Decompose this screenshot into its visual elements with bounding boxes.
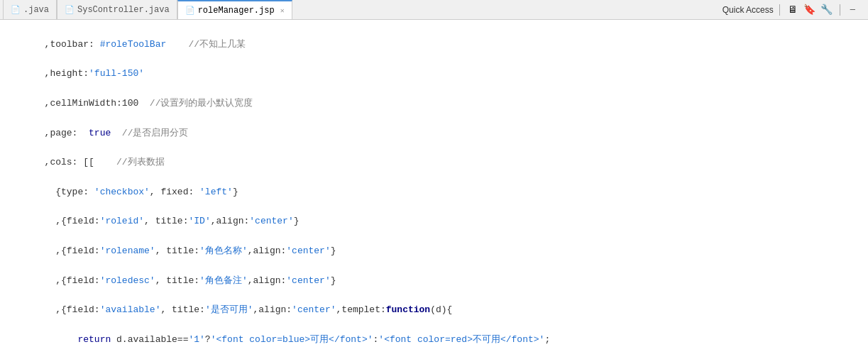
icon-btn-3[interactable]: 🔧 bbox=[820, 3, 834, 17]
code-content[interactable]: ,toolbar: #roleToolBar //不知上几某 ,height:'… bbox=[0, 20, 868, 364]
minimize-button[interactable]: — bbox=[846, 5, 859, 15]
icon-btn-1[interactable]: 🖥 bbox=[786, 3, 800, 17]
code-line-11: return d.available=='1'?'<font color=blu… bbox=[6, 333, 862, 348]
separator2 bbox=[840, 4, 840, 16]
tab-area: 📄 .java 📄 SysController.java 📄 roleManag… bbox=[3, 0, 292, 19]
tab-rolemanager-label: roleManager.jsp bbox=[198, 6, 275, 16]
icon-btn-2[interactable]: 🔖 bbox=[803, 3, 817, 17]
tab-syscontroller[interactable]: 📄 SysController.java bbox=[57, 0, 177, 19]
toolbar-icons: 🖥 🔖 🔧 bbox=[786, 3, 834, 17]
java1-file-icon: 📄 bbox=[11, 5, 21, 14]
tab-syscontroller-label: SysController.java bbox=[77, 5, 170, 15]
code-line-8: ,{field:'rolename', title:'角色名称',align:'… bbox=[6, 244, 862, 259]
editor-area: ,toolbar: #roleToolBar //不知上几某 ,height:'… bbox=[0, 20, 868, 364]
code-line-2: ,height:'full-150' bbox=[6, 67, 862, 82]
quick-access-label: Quick Access bbox=[723, 5, 774, 15]
syscontroller-file-icon: 📄 bbox=[65, 5, 75, 14]
code-line-5: ,cols: [[ //列表数据 bbox=[6, 155, 862, 170]
code-line-7: ,{field:'roleid', title:'ID',align:'cent… bbox=[6, 214, 862, 229]
tab-rolemanager[interactable]: 📄 roleManager.jsp ✕ bbox=[177, 0, 292, 19]
code-line-9: ,{field:'roledesc', title:'角色备注',align:'… bbox=[6, 274, 862, 289]
code-line-3: ,cellMinWidth:100 //设置列的最小默认宽度 bbox=[6, 96, 862, 111]
code-line-10: ,{field:'available', title:'是否可用',align:… bbox=[6, 303, 862, 318]
app-container: 📄 .java 📄 SysController.java 📄 roleManag… bbox=[0, 0, 868, 364]
tab-java1[interactable]: 📄 .java bbox=[3, 0, 57, 19]
title-bar: 📄 .java 📄 SysController.java 📄 roleManag… bbox=[0, 0, 868, 20]
tab-java1-label: .java bbox=[23, 5, 49, 15]
code-line-6: {type: 'checkbox', fixed: 'left'} bbox=[6, 185, 862, 200]
rolemanager-file-icon: 📄 bbox=[185, 6, 195, 15]
code-line-4: ,page: true //是否启用分页 bbox=[6, 126, 862, 141]
separator1 bbox=[779, 4, 780, 16]
tab-rolemanager-close[interactable]: ✕ bbox=[280, 6, 285, 15]
quick-access-area: Quick Access 🖥 🔖 🔧 — bbox=[723, 3, 865, 17]
code-line-1: ,toolbar: #roleToolBar //不知上几某 bbox=[6, 38, 862, 53]
